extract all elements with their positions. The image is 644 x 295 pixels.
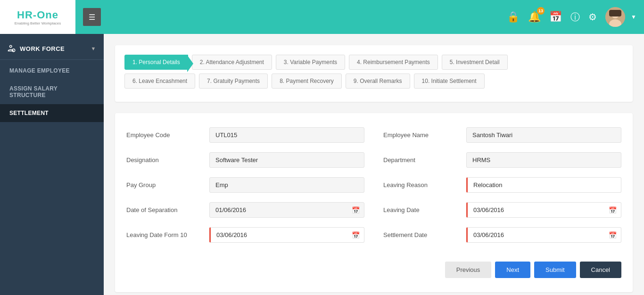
avatar[interactable] [605, 7, 625, 27]
employee-name-label: Employee Name [383, 131, 459, 139]
leaving-date-form10-row: Leaving Date Form 10 📅 [126, 227, 364, 243]
settlement-date-input[interactable] [466, 227, 621, 243]
sidebar-item-settlement[interactable]: SETTLEMENT [0, 104, 104, 122]
employee-code-label: Employee Code [126, 131, 202, 139]
designation-label: Designation [126, 156, 202, 164]
sidebar-item-manage-employee[interactable]: MANAGE EMPLOYEE [0, 62, 104, 80]
leaving-date-calendar-icon[interactable]: 📅 [609, 206, 617, 214]
hamburger-button[interactable]: ☰ [83, 8, 101, 26]
designation-row: Designation [126, 152, 364, 168]
step-3-button[interactable]: 3. Variable Payments [276, 55, 345, 70]
date-of-separation-input[interactable] [209, 202, 364, 218]
step-10-button[interactable]: 10. Initiate Settlement [414, 74, 485, 89]
settlement-date-wrapper: 📅 [466, 227, 621, 243]
step-5-button[interactable]: 5. Investment Detail [442, 55, 508, 70]
avatar-chevron-icon[interactable]: ▼ [631, 14, 636, 20]
sidebar-section-workforce[interactable]: WORK FORCE ▼ [0, 38, 104, 57]
date-of-separation-row: Date of Separation 📅 [126, 202, 364, 218]
leaving-date-wrapper: 📅 [466, 202, 621, 218]
form-grid: Employee Code Employee Name Designation … [126, 127, 621, 243]
header-left: HR-One Enabling Better Workplaces ☰ [8, 0, 101, 34]
wizard-steps: 1. Personal Details 2. Attendance Adjust… [115, 45, 633, 102]
logo-text: HR-One [17, 9, 58, 21]
leaving-date-form10-wrapper: 📅 [209, 227, 364, 243]
leaving-reason-label: Leaving Reason [383, 181, 459, 188]
step-9-button[interactable]: 9. Overall Remarks [346, 74, 410, 89]
header-right: 🔒 🔔 13 📅 ⓘ ⚙ ▼ [507, 7, 636, 27]
sidebar-section-label: WORK FORCE [20, 45, 65, 52]
settlement-date-calendar-icon[interactable]: 📅 [609, 231, 617, 239]
pay-group-input[interactable] [209, 177, 364, 193]
form-footer: Previous Next Submit Cancel [126, 254, 621, 278]
leaving-date-row: Leaving Date 📅 [383, 202, 621, 218]
sidebar-divider [0, 59, 104, 60]
sidebar-item-assign-salary[interactable]: ASSIGN SALARY STRUCTURE [0, 80, 104, 104]
step-8-button[interactable]: 8. Payment Recovery [272, 74, 342, 89]
settlement-date-label: Settlement Date [383, 231, 459, 238]
leaving-date-form10-input[interactable] [209, 227, 364, 243]
workforce-icon [8, 44, 16, 53]
sidebar-chevron-icon: ▼ [91, 46, 96, 51]
pay-group-row: Pay Group [126, 177, 364, 193]
svg-rect-3 [609, 10, 621, 16]
settings-icon[interactable]: ⚙ [588, 11, 597, 23]
employee-name-row: Employee Name [383, 127, 621, 143]
settlement-date-row: Settlement Date 📅 [383, 227, 621, 243]
app-header: HR-One Enabling Better Workplaces ☰ 🔒 🔔 … [0, 0, 644, 34]
pay-group-label: Pay Group [126, 181, 202, 188]
calendar-icon[interactable]: 📅 [549, 11, 562, 23]
submit-button[interactable]: Submit [534, 262, 576, 278]
leaving-reason-input[interactable] [466, 177, 621, 193]
employee-code-input[interactable] [209, 127, 364, 143]
department-label: Department [383, 156, 459, 164]
leaving-date-input[interactable] [466, 202, 621, 218]
previous-button[interactable]: Previous [445, 262, 492, 278]
step-6-button[interactable]: 6. Leave Encashment [124, 74, 195, 89]
steps-row-2: 6. Leave Encashment 7. Gratuity Payments… [124, 74, 623, 89]
inbox-icon[interactable]: 🔒 [507, 11, 520, 23]
form-card: Employee Code Employee Name Designation … [115, 113, 633, 292]
hamburger-icon: ☰ [89, 13, 95, 22]
leaving-date-form10-calendar-icon[interactable]: 📅 [352, 231, 360, 239]
sidebar: WORK FORCE ▼ MANAGE EMPLOYEE ASSIGN SALA… [0, 34, 104, 295]
employee-code-row: Employee Code [126, 127, 364, 143]
department-row: Department [383, 152, 621, 168]
date-of-separation-wrapper: 📅 [209, 202, 364, 218]
cancel-button[interactable]: Cancel [580, 262, 621, 278]
designation-input[interactable] [209, 152, 364, 168]
date-of-separation-calendar-icon[interactable]: 📅 [352, 206, 360, 214]
help-icon[interactable]: ⓘ [570, 11, 580, 24]
leaving-date-label: Leaving Date [383, 206, 459, 213]
steps-row-1: 1. Personal Details 2. Attendance Adjust… [124, 55, 623, 70]
leaving-reason-row: Leaving Reason [383, 177, 621, 193]
employee-name-input[interactable] [466, 127, 621, 143]
leaving-date-form10-label: Leaving Date Form 10 [126, 231, 202, 238]
step-1-button[interactable]: 1. Personal Details [124, 55, 188, 70]
department-input[interactable] [466, 152, 621, 168]
date-of-separation-label: Date of Separation [126, 206, 202, 213]
next-button[interactable]: Next [495, 262, 530, 278]
step-2-button[interactable]: 2. Attendance Adjustment [192, 55, 272, 70]
step-7-button[interactable]: 7. Gratuity Payments [199, 74, 268, 89]
content-area: 1. Personal Details 2. Attendance Adjust… [104, 34, 644, 295]
step-4-button[interactable]: 4. Reimbursement Payments [349, 55, 438, 70]
main-container: WORK FORCE ▼ MANAGE EMPLOYEE ASSIGN SALA… [0, 34, 644, 295]
bell-icon[interactable]: 🔔 13 [528, 11, 541, 23]
logo-sub: Enabling Better Workplaces [15, 21, 61, 25]
logo-area: HR-One Enabling Better Workplaces [0, 0, 75, 34]
notification-badge: 13 [537, 7, 545, 15]
